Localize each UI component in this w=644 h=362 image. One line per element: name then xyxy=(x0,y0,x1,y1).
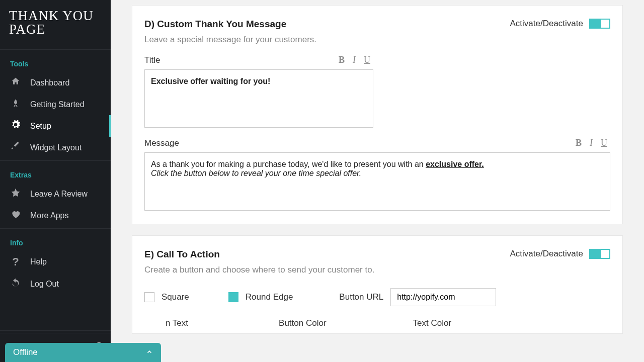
section-d-subtitle: Leave a special message for your custome… xyxy=(144,35,316,45)
home-icon xyxy=(10,76,21,89)
offline-label: Offline xyxy=(13,347,38,357)
toggle-section-d[interactable] xyxy=(589,19,610,29)
sidebar-item-label: Dashboard xyxy=(30,78,69,87)
activate-label: Activate/Deactivate xyxy=(510,19,583,29)
section-call-to-action: E) Call To Action Create a button and ch… xyxy=(132,235,623,334)
gear-icon xyxy=(10,120,21,132)
message-line1-plain: As a thank you for making a purchase tod… xyxy=(151,160,426,168)
section-title-info: Info xyxy=(0,234,111,251)
title-editor[interactable]: Exclusive offer waiting for you! xyxy=(144,69,373,128)
sidebar-item-more-apps[interactable]: More Apps xyxy=(0,205,111,226)
message-line2: Click the button below to reveal your on… xyxy=(151,169,604,178)
section-e-title: E) Call To Action xyxy=(144,249,374,260)
divider xyxy=(0,160,111,161)
bold-button[interactable]: B xyxy=(576,138,582,148)
activate-label: Activate/Deactivate xyxy=(510,249,583,259)
main-content: D) Custom Thank You Message Leave a spec… xyxy=(111,0,644,362)
section-d-title: D) Custom Thank You Message xyxy=(144,19,316,30)
offline-status-bar[interactable]: Offline xyxy=(5,343,161,362)
option-round-label: Round Edge xyxy=(246,292,293,302)
app-logo: THANK YOU PAGE xyxy=(9,9,102,36)
message-editor[interactable]: As a thank you for making a purchase tod… xyxy=(144,152,610,211)
question-icon: ? xyxy=(10,255,21,268)
title-field-label: Title xyxy=(144,55,160,65)
sidebar-item-label: Help xyxy=(30,257,47,266)
underline-button[interactable]: U xyxy=(364,55,370,65)
message-field-label: Message xyxy=(144,138,179,148)
sidebar-header: THANK YOU PAGE xyxy=(0,0,111,47)
underline-button[interactable]: U xyxy=(601,138,607,148)
italic-button[interactable]: I xyxy=(590,138,593,148)
button-url-input[interactable] xyxy=(390,288,496,306)
toggle-section-e[interactable] xyxy=(589,249,610,259)
option-square-label: Square xyxy=(162,292,189,302)
sidebar-item-label: More Apps xyxy=(30,211,68,220)
checkbox-square[interactable] xyxy=(144,292,154,302)
star-icon xyxy=(10,188,21,200)
sidebar-item-label: Log Out xyxy=(30,280,59,289)
sidebar-item-label: Leave A Review xyxy=(30,190,88,199)
sidebar-item-getting-started[interactable]: Getting Started xyxy=(0,94,111,115)
sidebar-item-label: Setup xyxy=(30,122,51,131)
checkbox-round-edge[interactable] xyxy=(228,292,238,302)
message-line1-bold: exclusive offer. xyxy=(426,160,484,168)
sidebar-item-leave-review[interactable]: Leave A Review xyxy=(0,183,111,205)
sidebar-item-logout[interactable]: Log Out xyxy=(0,273,111,295)
sidebar-item-help[interactable]: ? Help xyxy=(0,251,111,273)
divider xyxy=(0,228,111,229)
chevron-up-icon xyxy=(146,348,153,357)
divider xyxy=(0,330,111,331)
format-toolbar-message: B I U xyxy=(576,138,610,148)
heart-icon xyxy=(10,209,21,222)
rocket-icon xyxy=(10,98,21,111)
undo-icon xyxy=(10,278,21,290)
sublabel-text-color: Text Color xyxy=(413,318,452,328)
sidebar-item-label: Getting Started xyxy=(30,100,85,109)
brush-icon xyxy=(10,141,21,154)
divider xyxy=(0,49,111,50)
sidebar-item-dashboard[interactable]: Dashboard xyxy=(0,72,111,94)
section-title-extras: Extras xyxy=(0,166,111,183)
section-e-subtitle: Create a button and choose where to send… xyxy=(144,265,374,275)
format-toolbar-title: B I U xyxy=(339,55,373,65)
section-custom-thank-you: D) Custom Thank You Message Leave a spec… xyxy=(132,5,623,224)
bold-button[interactable]: B xyxy=(339,55,345,65)
sidebar-item-widget-layout[interactable]: Widget Layout xyxy=(0,137,111,158)
button-url-label: Button URL xyxy=(339,292,383,302)
sublabel-button-color: Button Color xyxy=(279,318,327,328)
sidebar: THANK YOU PAGE Tools Dashboard Getting S… xyxy=(0,0,111,362)
sidebar-item-setup[interactable]: Setup xyxy=(0,115,111,137)
sidebar-item-label: Widget Layout xyxy=(30,143,82,152)
title-editor-content: Exclusive offer waiting for you! xyxy=(151,77,270,85)
section-title-tools: Tools xyxy=(0,55,111,72)
sublabel-text: n Text xyxy=(166,318,188,328)
italic-button[interactable]: I xyxy=(353,55,356,65)
